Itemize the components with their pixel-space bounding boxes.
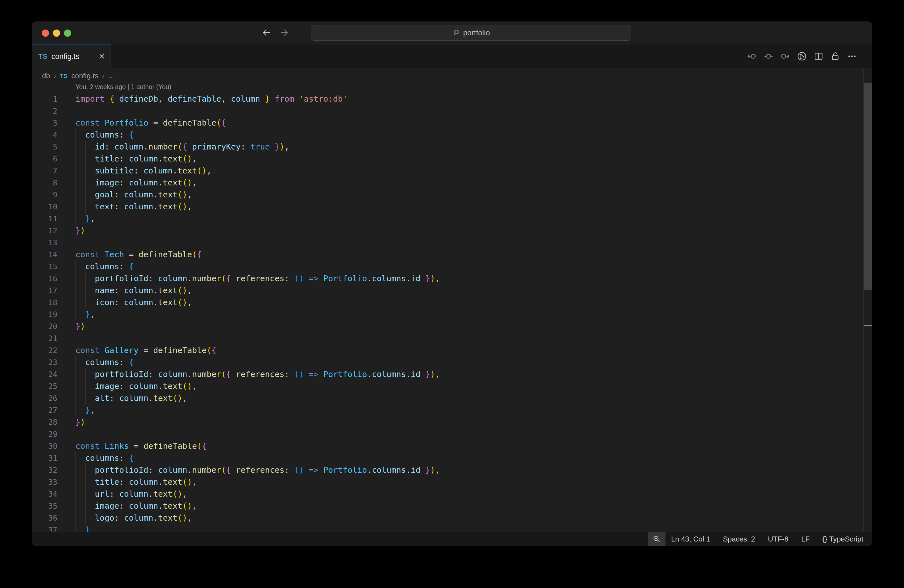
code-line-content: icon: column.text(),: [76, 297, 872, 308]
code-line[interactable]: 32 portfolioId: column.number({ referenc…: [32, 464, 872, 476]
code-line[interactable]: 5 id: column.number({ primaryKey: true }…: [32, 141, 872, 153]
code-line[interactable]: 4 columns: {: [32, 129, 872, 141]
token: [318, 465, 323, 475]
code-line[interactable]: 15 columns: {: [32, 261, 872, 273]
language-mode[interactable]: {} TypeScript: [822, 535, 863, 544]
code-line[interactable]: 31 columns: {: [32, 452, 872, 464]
nav-forward-circle-button[interactable]: [779, 51, 791, 62]
token: column: [231, 94, 260, 104]
token: number: [192, 465, 221, 475]
breadcrumb-symbol-more[interactable]: …: [108, 71, 115, 80]
breadcrumb-file[interactable]: config.ts: [71, 71, 98, 80]
code-line[interactable]: 1import { defineDb, defineTable, column …: [32, 93, 872, 105]
code-line[interactable]: 17 name: column.text(),: [32, 285, 872, 297]
code-line[interactable]: 26 alt: column.text(),: [32, 392, 872, 404]
encoding[interactable]: UTF-8: [768, 535, 789, 544]
code-line[interactable]: 3const Portfolio = defineTable({: [32, 117, 872, 129]
token: [270, 94, 274, 104]
close-window-button[interactable]: [42, 30, 49, 37]
indent-guide: [76, 476, 76, 488]
token: {: [182, 142, 187, 152]
code-line-content: id: column.number({ primaryKey: true }),: [76, 141, 872, 153]
code-line[interactable]: 16 portfolioId: column.number({ referenc…: [32, 273, 872, 285]
split-editor-button[interactable]: [813, 51, 824, 62]
token: ,: [192, 154, 197, 163]
token: [318, 273, 323, 283]
code-line-content: name: column.text(),: [76, 285, 872, 297]
history-nav: [261, 21, 290, 44]
token: [304, 273, 309, 283]
code-line[interactable]: 23 columns: {: [32, 356, 872, 368]
code-line[interactable]: 11 },: [32, 213, 872, 224]
indentation[interactable]: Spaces: 2: [723, 535, 755, 544]
screencast-zoom-button[interactable]: [648, 532, 665, 546]
code-line[interactable]: 2: [32, 105, 872, 117]
code-line[interactable]: 13: [32, 237, 872, 249]
nav-back-circle-button[interactable]: [746, 51, 758, 62]
more-actions-button[interactable]: [846, 51, 858, 62]
token: =: [139, 346, 153, 355]
code-line[interactable]: 18 icon: column.text(),: [32, 297, 872, 308]
code-line-content: title: column.text(),: [76, 153, 872, 165]
code-line[interactable]: 19 },: [32, 308, 872, 321]
zoom-window-button[interactable]: [64, 30, 71, 37]
code-line[interactable]: 29: [32, 428, 872, 440]
code-line[interactable]: 34 url: column.text(),: [32, 488, 872, 500]
token: :: [284, 370, 294, 379]
token: [231, 273, 236, 283]
code-line[interactable]: 33 title: column.text(),: [32, 476, 872, 488]
nav-dash-circle-button[interactable]: [763, 51, 774, 62]
code-line[interactable]: 9 goal: column.text(),: [32, 189, 872, 201]
code-line[interactable]: 36 logo: column.text(),: [32, 512, 872, 524]
token: :: [105, 142, 114, 152]
token: (: [207, 346, 211, 355]
token: name: [95, 286, 114, 295]
command-center-search[interactable]: portfolio: [311, 25, 631, 41]
indent-guide: [85, 512, 86, 524]
line-number: 5: [32, 141, 76, 153]
indent-guide: [85, 273, 86, 285]
code-line[interactable]: 25 image: column.text(),: [32, 380, 872, 392]
code-line[interactable]: 12}): [32, 224, 872, 237]
token: ,: [90, 214, 95, 223]
tab-config-ts[interactable]: TS config.ts ✕: [32, 44, 111, 68]
token: .: [149, 489, 153, 499]
scrollbar-thumb[interactable]: [864, 83, 872, 290]
token: column: [129, 381, 158, 391]
run-or-debug-button[interactable]: [796, 51, 808, 62]
code-line[interactable]: 7 subtitle: column.text(),: [32, 165, 872, 177]
code-line[interactable]: 10 text: column.text(),: [32, 201, 872, 213]
breadcrumb-folder[interactable]: db: [42, 71, 50, 80]
codelens-annotation[interactable]: You, 2 weeks ago | 1 author (You): [32, 84, 872, 93]
cursor-position[interactable]: Ln 43, Col 1: [671, 535, 710, 544]
line-number: 1: [32, 93, 76, 105]
go-forward-button[interactable]: [279, 28, 290, 39]
tab-close-button[interactable]: ✕: [98, 53, 105, 60]
code-line[interactable]: 28}): [32, 416, 872, 428]
token: column: [124, 298, 153, 307]
token: text: [178, 166, 197, 175]
token: [420, 273, 425, 283]
code-line[interactable]: 30const Links = defineTable({: [32, 440, 872, 452]
code-line[interactable]: 6 title: column.text(),: [32, 153, 872, 165]
minimize-window-button[interactable]: [53, 30, 60, 37]
code-line[interactable]: 21: [32, 332, 872, 345]
go-back-button[interactable]: [261, 28, 272, 39]
token: id: [95, 142, 105, 152]
line-number: 26: [32, 392, 76, 404]
code-line[interactable]: 24 portfolioId: column.number({ referenc…: [32, 368, 872, 380]
code-line[interactable]: 20}): [32, 321, 872, 332]
code-line[interactable]: 8 image: column.text(),: [32, 177, 872, 189]
eol-sequence[interactable]: LF: [801, 535, 810, 544]
code-line[interactable]: 22const Gallery = defineTable({: [32, 345, 872, 356]
unlock-button[interactable]: [830, 51, 841, 62]
code-line[interactable]: 37 }: [32, 524, 872, 532]
code-line[interactable]: 27 },: [32, 404, 872, 416]
token: column: [124, 202, 153, 211]
token: .: [187, 273, 192, 283]
code-editor[interactable]: You, 2 weeks ago | 1 author (You) 1impor…: [32, 84, 872, 532]
code-line-content: text: column.text(),: [76, 201, 872, 213]
token: [76, 525, 85, 532]
code-line[interactable]: 35 image: column.text(),: [32, 500, 872, 512]
code-line[interactable]: 14const Tech = defineTable({: [32, 249, 872, 261]
